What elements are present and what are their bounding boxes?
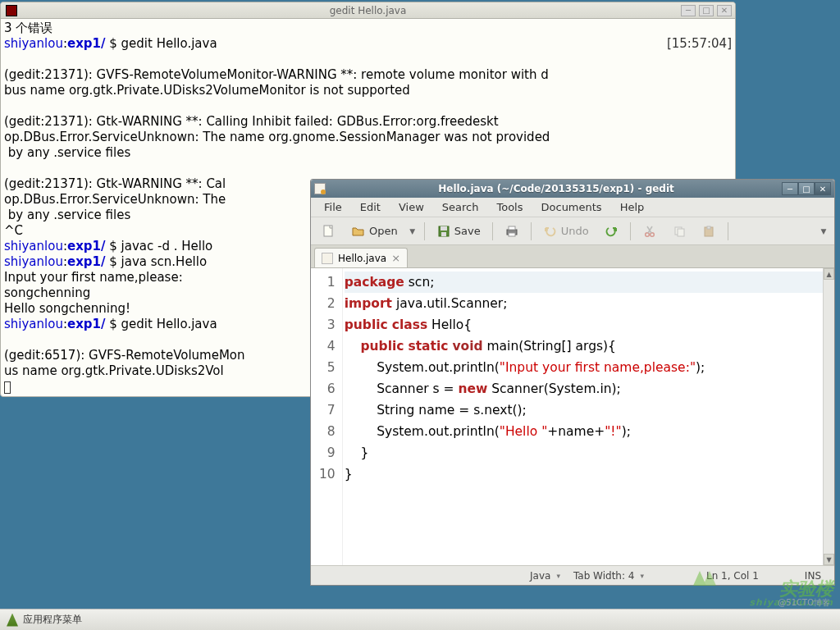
toolbar-separator: [728, 222, 728, 240]
vertical-scrollbar[interactable]: ▲ ▼: [823, 268, 834, 565]
undo-icon: [543, 224, 558, 239]
cursor-position: Ln 1, Col 1: [700, 570, 765, 582]
toolbar-separator: [424, 222, 425, 240]
gedit-titlebar[interactable]: Hello.java (~/Code/20135315/exp1) - gedi…: [311, 180, 834, 198]
print-icon: [504, 224, 519, 239]
svg-rect-3: [441, 232, 446, 236]
scroll-down-arrow[interactable]: ▼: [824, 554, 834, 565]
terminal-icon: [6, 5, 17, 16]
language-selector[interactable]: Java: [523, 570, 567, 582]
print-button[interactable]: [499, 221, 525, 242]
close-button[interactable]: ✕: [717, 5, 732, 16]
gedit-title: Hello.java (~/Code/20135315/exp1) - gedi…: [331, 183, 782, 194]
terminal-titlebar[interactable]: gedit Hello.java ─ □ ✕: [1, 2, 735, 19]
file-icon: [322, 253, 333, 264]
scroll-up-arrow[interactable]: ▲: [824, 268, 834, 280]
tab-width-selector[interactable]: Tab Width: 4: [567, 570, 651, 582]
xfce-logo-icon: [7, 614, 18, 627]
new-document-icon: [322, 224, 336, 239]
tab-label: Hello.java: [338, 253, 386, 264]
open-folder-icon: [351, 224, 366, 239]
terminal-title: gedit Hello.java: [330, 5, 407, 16]
paste-button[interactable]: [696, 221, 722, 242]
svg-point-8: [650, 232, 654, 236]
toolbar-overflow[interactable]: ▼: [818, 227, 829, 235]
svg-rect-10: [678, 229, 684, 236]
svg-rect-6: [509, 233, 515, 236]
minimize-button[interactable]: ─: [681, 5, 696, 16]
new-document-button[interactable]: [316, 221, 342, 242]
gedit-close-button[interactable]: ✕: [815, 182, 831, 195]
svg-point-7: [645, 232, 649, 236]
tab-hello-java[interactable]: Hello.java ×: [314, 248, 408, 267]
save-button[interactable]: Save: [431, 221, 486, 242]
toolbar-separator: [492, 222, 493, 240]
redo-button[interactable]: [598, 221, 624, 242]
editor-area: 12345678910 package scn;import java.util…: [311, 268, 834, 565]
toolbar-separator: [630, 222, 631, 240]
gedit-maximize-button[interactable]: □: [798, 182, 815, 195]
cut-button[interactable]: [637, 221, 663, 242]
menu-tools[interactable]: Tools: [488, 199, 531, 215]
document-icon: [314, 183, 326, 194]
menu-documents[interactable]: Documents: [533, 199, 610, 215]
copy-icon: [672, 224, 687, 239]
redo-icon: [604, 224, 619, 239]
tab-bar: Hello.java ×: [311, 245, 834, 268]
menu-search[interactable]: Search: [434, 199, 487, 215]
svg-rect-12: [707, 226, 710, 229]
menu-file[interactable]: File: [316, 199, 350, 215]
maximize-button[interactable]: □: [699, 5, 714, 16]
open-label: Open: [369, 225, 398, 237]
taskbar[interactable]: 应用程序菜单: [0, 609, 840, 630]
applications-menu[interactable]: 应用程序菜单: [23, 613, 82, 627]
paste-icon: [701, 224, 716, 239]
tab-close-button[interactable]: ×: [391, 252, 400, 264]
line-number-gutter: 12345678910: [311, 268, 343, 565]
gedit-window: Hello.java (~/Code/20135315/exp1) - gedi…: [310, 179, 835, 586]
svg-rect-5: [509, 226, 515, 230]
gedit-minimize-button[interactable]: ─: [782, 182, 798, 195]
insert-mode[interactable]: INS: [798, 570, 828, 582]
cut-icon: [642, 224, 657, 239]
svg-rect-0: [324, 226, 332, 236]
menu-help[interactable]: Help: [612, 199, 653, 215]
menu-edit[interactable]: Edit: [352, 199, 389, 215]
undo-button[interactable]: Undo: [537, 221, 595, 242]
toolbar-separator: [531, 222, 532, 240]
status-bar: Java Tab Width: 4 Ln 1, Col 1 INS: [311, 565, 834, 585]
undo-label: Undo: [561, 225, 589, 237]
signature: @51CTO博客: [778, 597, 830, 609]
save-icon: [436, 224, 451, 239]
save-label: Save: [454, 225, 481, 237]
code-editor[interactable]: package scn;import java.util.Scanner;pub…: [343, 268, 823, 565]
menu-bar: FileEditViewSearchToolsDocumentsHelp: [311, 198, 834, 217]
open-dropdown[interactable]: ▼: [407, 227, 418, 235]
toolbar: Open ▼ Save Undo ▼: [311, 217, 834, 245]
menu-view[interactable]: View: [390, 199, 432, 215]
svg-rect-2: [441, 226, 447, 231]
copy-button[interactable]: [666, 221, 692, 242]
open-button[interactable]: Open: [345, 221, 404, 242]
